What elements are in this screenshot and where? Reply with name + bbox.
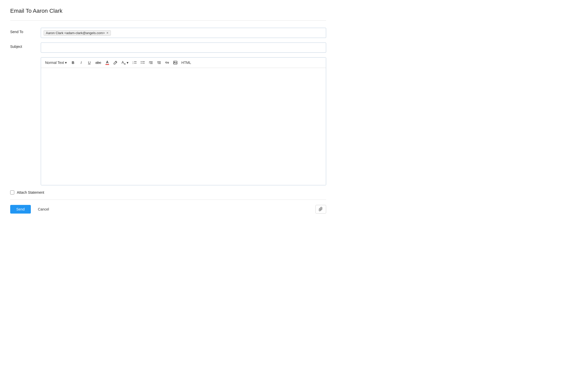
recipient-tag-text: Aaron Clark <adam-clark@angels.com> bbox=[46, 31, 105, 35]
editor-row: Normal Text ▾ B I U abc A bbox=[10, 57, 326, 185]
subject-input[interactable] bbox=[41, 43, 326, 53]
html-button[interactable]: HTML bbox=[180, 59, 193, 66]
send-to-input[interactable]: Aaron Clark <adam-clark@angels.com> × bbox=[41, 28, 326, 38]
underline-button[interactable]: U bbox=[86, 59, 93, 66]
strikethrough-button[interactable]: abc bbox=[94, 59, 103, 66]
title-divider bbox=[10, 20, 326, 21]
ordered-list-button[interactable]: 1. 2. bbox=[131, 59, 138, 66]
ordered-list-icon: 1. 2. bbox=[132, 61, 137, 65]
link-icon bbox=[165, 61, 169, 65]
action-left: Send Cancel bbox=[10, 205, 53, 214]
page-title: Email To Aaron Clark bbox=[10, 8, 326, 14]
cancel-button[interactable]: Cancel bbox=[34, 205, 53, 214]
font-size-caret: ▾ bbox=[127, 61, 128, 65]
link-button[interactable] bbox=[164, 59, 171, 66]
editor-body[interactable] bbox=[41, 68, 326, 185]
text-style-dropdown[interactable]: Normal Text ▾ bbox=[44, 59, 68, 66]
text-style-caret: ▾ bbox=[65, 61, 67, 65]
send-to-label: Send To bbox=[10, 28, 41, 34]
paperclip-icon bbox=[319, 207, 323, 212]
recipient-tag-remove[interactable]: × bbox=[106, 31, 108, 35]
text-style-label: Normal Text bbox=[45, 61, 64, 65]
unordered-list-icon bbox=[141, 61, 145, 65]
unordered-list-button[interactable] bbox=[139, 59, 146, 66]
footer-divider bbox=[10, 200, 326, 200]
highlight-icon bbox=[113, 61, 117, 65]
recipient-tag: Aaron Clark <adam-clark@angels.com> × bbox=[44, 30, 111, 36]
subject-field-wrap bbox=[41, 43, 326, 53]
editor-wrap: Normal Text ▾ B I U abc A bbox=[41, 57, 326, 185]
font-color-icon: A bbox=[105, 60, 109, 65]
outdent-button[interactable] bbox=[155, 59, 163, 66]
italic-button[interactable]: I bbox=[77, 59, 85, 66]
editor-container: Normal Text ▾ B I U abc A bbox=[41, 57, 326, 185]
svg-point-6 bbox=[141, 63, 141, 64]
bold-button[interactable]: B bbox=[69, 59, 76, 66]
image-button[interactable] bbox=[172, 59, 179, 66]
highlight-button[interactable] bbox=[112, 59, 119, 66]
attach-file-button[interactable] bbox=[315, 205, 326, 214]
editor-label-spacer bbox=[10, 57, 41, 59]
send-to-field-wrap: Aaron Clark <adam-clark@angels.com> × bbox=[41, 28, 326, 38]
indent-button[interactable] bbox=[147, 59, 154, 66]
action-row: Send Cancel bbox=[10, 205, 326, 214]
attach-statement-label[interactable]: Attach Statement bbox=[17, 190, 44, 194]
send-button[interactable]: Send bbox=[10, 205, 31, 214]
attach-row: Attach Statement bbox=[10, 190, 326, 194]
attach-statement-checkbox[interactable] bbox=[10, 190, 14, 194]
indent-icon bbox=[149, 61, 153, 65]
svg-text:2.: 2. bbox=[132, 63, 134, 64]
subject-row: Subject bbox=[10, 43, 326, 53]
send-to-row: Send To Aaron Clark <adam-clark@angels.c… bbox=[10, 28, 326, 38]
font-color-button[interactable]: A bbox=[104, 59, 111, 66]
image-icon bbox=[173, 61, 177, 65]
editor-toolbar: Normal Text ▾ B I U abc A bbox=[41, 58, 326, 68]
font-size-dropdown[interactable]: Aa ▾ bbox=[120, 59, 130, 66]
font-size-label: Aa bbox=[122, 60, 126, 65]
svg-point-4 bbox=[141, 61, 141, 62]
outdent-icon bbox=[157, 61, 161, 65]
subject-label: Subject bbox=[10, 43, 41, 49]
